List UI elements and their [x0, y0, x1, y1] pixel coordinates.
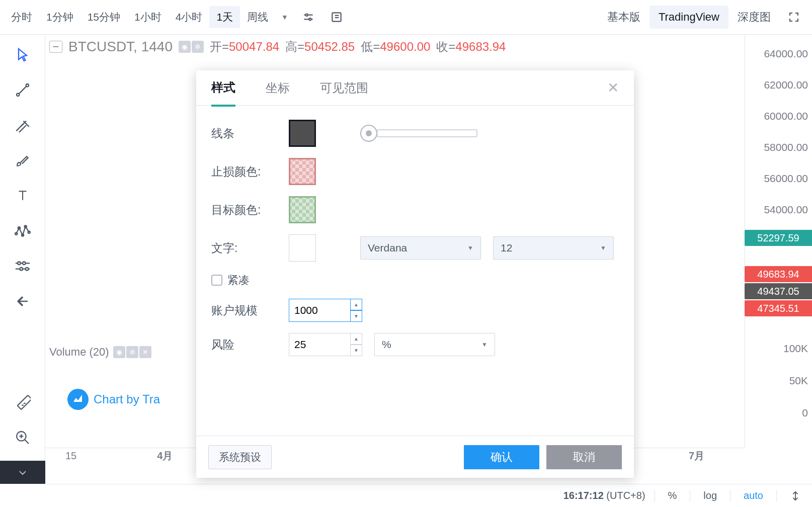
- font-size-dropdown[interactable]: 12▼: [493, 236, 614, 260]
- collapse-toolbar-button[interactable]: [0, 461, 45, 484]
- timeframe-1h[interactable]: 1小时: [127, 6, 169, 28]
- price-badge-ask: 52297.59: [745, 230, 812, 246]
- timeframe-15m[interactable]: 15分钟: [80, 6, 127, 28]
- trendline-tool[interactable]: [12, 79, 34, 101]
- brush-tool[interactable]: [12, 149, 34, 172]
- ohlc-open: 50047.84: [229, 40, 279, 53]
- view-basic[interactable]: 基本版: [598, 5, 649, 30]
- dialog-tab-coords[interactable]: 坐标: [266, 71, 290, 105]
- timeframe-more-icon[interactable]: ▼: [275, 13, 294, 21]
- svg-point-25: [20, 268, 23, 271]
- target-color-label: 目标颜色:: [211, 202, 277, 218]
- price-badge-cursor: 49437.05: [745, 283, 812, 299]
- fullscreen-button[interactable]: [785, 8, 803, 26]
- expand-axis-button[interactable]: [786, 488, 805, 503]
- svg-point-3: [309, 18, 311, 20]
- account-size-label: 账户规模: [211, 303, 277, 318]
- percent-button[interactable]: %: [664, 488, 681, 503]
- bottom-toolbar: 16:17:12 (UTC+8) % log auto: [45, 484, 812, 507]
- position-tool[interactable]: [12, 255, 34, 277]
- timeframe-1m[interactable]: 1分钟: [39, 6, 80, 28]
- risk-unit-dropdown[interactable]: %▼: [374, 333, 495, 356]
- ohlc-low: 49600.00: [380, 40, 430, 53]
- pitchfork-tool[interactable]: [12, 114, 34, 136]
- timeframe-realtime[interactable]: 分时: [4, 6, 39, 28]
- line-thickness-picker[interactable]: [360, 125, 477, 142]
- stepper-down-icon[interactable]: ▼: [350, 345, 362, 356]
- timeframe-1w[interactable]: 周线: [240, 6, 275, 28]
- svg-point-7: [17, 94, 19, 96]
- auto-button[interactable]: auto: [740, 488, 767, 503]
- line-label: 线条: [211, 126, 277, 141]
- stepper-down-icon[interactable]: ▼: [350, 310, 362, 322]
- legend-collapse-icon[interactable]: −: [49, 41, 62, 53]
- target-color-swatch[interactable]: [289, 196, 316, 223]
- top-toolbar: 分时 1分钟 15分钟 1小时 4小时 1天 周线 ▼ 基本版 TradingV…: [0, 0, 812, 35]
- cursor-tool[interactable]: [12, 44, 34, 66]
- settings-dialog: 样式 坐标 可见范围 ✕ 线条 止损颜色: 目标颜色: 文字: Ve: [196, 70, 634, 478]
- svg-point-23: [18, 262, 21, 265]
- symbol-label: BTCUSDT, 1440: [68, 39, 173, 55]
- price-badge-last: 49683.94: [745, 266, 812, 282]
- svg-line-28: [22, 404, 24, 406]
- price-axis[interactable]: 64000.00 62000.00 60000.00 58000.00 5600…: [745, 35, 812, 448]
- view-tradingview[interactable]: TradingView: [649, 6, 728, 29]
- svg-point-2: [306, 14, 308, 16]
- zoom-tool[interactable]: [12, 427, 34, 449]
- clock: 16:17:12 (UTC+8): [563, 490, 645, 501]
- svg-line-9: [19, 87, 26, 94]
- price-badge-bid: 47345.51: [745, 300, 812, 316]
- font-family-dropdown[interactable]: Verdana▼: [360, 236, 481, 260]
- svg-point-26: [25, 268, 28, 271]
- back-tool[interactable]: [12, 290, 34, 312]
- ok-button[interactable]: 确认: [464, 445, 539, 469]
- pattern-tool[interactable]: [12, 220, 34, 242]
- cancel-button[interactable]: 取消: [546, 445, 622, 469]
- view-depth[interactable]: 深度图: [728, 5, 780, 30]
- timeframe-4h[interactable]: 4小时: [169, 6, 210, 28]
- risk-label: 风险: [211, 337, 277, 353]
- log-button[interactable]: log: [699, 488, 721, 503]
- timeframe-1d[interactable]: 1天: [209, 6, 240, 28]
- tradingview-logo-icon: [67, 389, 89, 410]
- dialog-tab-style[interactable]: 样式: [211, 70, 235, 107]
- volume-actions[interactable]: ◉✲✕: [113, 346, 151, 358]
- chart-legend: − BTCUSDT, 1440 ◉✲ 开=50047.84 高=50452.85…: [49, 39, 506, 55]
- stop-color-swatch[interactable]: [289, 158, 316, 185]
- stepper-up-icon[interactable]: ▲: [350, 299, 362, 310]
- svg-point-24: [23, 262, 26, 265]
- dialog-tab-visibility[interactable]: 可见范围: [320, 71, 368, 105]
- templates-button[interactable]: [328, 8, 346, 26]
- measure-tool[interactable]: [12, 391, 34, 413]
- text-label: 文字:: [211, 240, 277, 256]
- tradingview-watermark[interactable]: Chart by Tra: [60, 386, 167, 413]
- compact-checkbox[interactable]: [211, 275, 222, 286]
- svg-point-8: [26, 84, 28, 87]
- stepper-up-icon[interactable]: ▲: [350, 333, 362, 345]
- text-color-swatch[interactable]: [289, 234, 316, 262]
- line-color-swatch[interactable]: [289, 120, 316, 147]
- svg-point-20: [28, 231, 30, 233]
- compact-label: 紧凑: [227, 273, 250, 288]
- ohlc-close: 49683.94: [455, 40, 506, 53]
- text-tool[interactable]: [12, 185, 34, 207]
- svg-line-31: [25, 440, 29, 444]
- dialog-close-icon[interactable]: ✕: [607, 79, 619, 96]
- account-size-input[interactable]: ▲▼: [289, 299, 362, 322]
- svg-line-29: [23, 402, 25, 404]
- svg-rect-27: [17, 395, 30, 409]
- volume-legend: Volume (20) ◉✲✕: [49, 346, 151, 359]
- defaults-button[interactable]: 系统预设: [208, 445, 272, 469]
- left-toolbar: [0, 35, 45, 484]
- stop-color-label: 止损颜色:: [211, 164, 277, 180]
- ohlc-high: 50452.85: [304, 40, 355, 53]
- risk-input[interactable]: ▲▼: [289, 333, 362, 356]
- indicators-button[interactable]: [299, 8, 317, 26]
- legend-actions[interactable]: ◉✲: [179, 41, 204, 53]
